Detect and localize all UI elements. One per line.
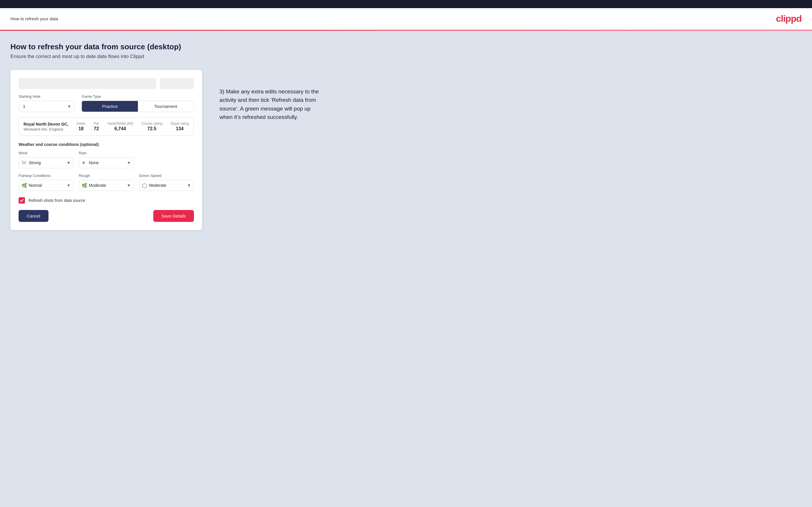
toggle-btn-group: Practice Tournament	[82, 101, 194, 112]
rough-dropdown: 🌿 Moderate Light Heavy ▼	[79, 180, 134, 191]
green-speed-select[interactable]: Moderate Slow Fast	[139, 180, 194, 191]
practice-button[interactable]: Practice	[82, 101, 138, 112]
page-subheading: Ensure the correct and most up to date d…	[10, 54, 802, 59]
stat-holes: Holes 18	[77, 121, 86, 131]
stat-slope-rating-value: 134	[176, 126, 184, 131]
content-area: Starting Hole 1 10 ▼ Game Type Practice …	[10, 70, 802, 230]
stat-course-rating: Course rating 72.5	[141, 121, 162, 131]
checkbox-row: Refresh shots from data source	[18, 197, 194, 204]
refresh-label: Refresh shots from data source	[29, 198, 85, 203]
cancel-button[interactable]: Cancel	[18, 210, 48, 222]
fairway-select[interactable]: Normal Soft Firm	[18, 180, 73, 191]
fairway-label: Fairway Conditions	[18, 173, 73, 178]
game-type-group: Game Type Practice Tournament	[82, 94, 194, 112]
stat-slope-rating-label: Slope rating	[170, 121, 189, 126]
rain-label: Rain	[79, 151, 134, 155]
conditions-title: Weather and course conditions (optional)	[18, 142, 194, 147]
starting-hole-label: Starting Hole	[18, 94, 74, 99]
green-speed-group: Green Speed ◯ Moderate Slow Fast ▼	[139, 173, 194, 191]
stat-course-rating-value: 72.5	[147, 126, 156, 131]
conditions-row-1: Wind 🌬 Strong Light None ▼ Rain ☀	[18, 151, 194, 168]
rain-dropdown: ☀ None Light Heavy ▼	[79, 157, 134, 168]
header-title: How to refresh your data	[10, 16, 58, 21]
starting-hole-group: Starting Hole 1 10 ▼	[18, 94, 74, 112]
stat-holes-value: 18	[79, 126, 84, 131]
stat-yards-label: Yards/White (M))	[107, 121, 133, 126]
rain-select[interactable]: None Light Heavy	[79, 157, 134, 168]
tournament-button[interactable]: Tournament	[138, 101, 194, 112]
rough-group: Rough 🌿 Moderate Light Heavy ▼	[79, 173, 134, 191]
course-name: Royal North Devon GC,	[23, 122, 77, 126]
game-type-label: Game Type	[82, 94, 194, 99]
save-button[interactable]: Save Details	[153, 210, 194, 222]
top-placeholder	[18, 78, 194, 89]
starting-hole-select[interactable]: 1 10	[18, 101, 74, 112]
main-content: How to refresh your data from source (de…	[0, 31, 812, 507]
stat-yards: Yards/White (M)) 6,744	[107, 121, 133, 131]
placeholder-bar-1	[18, 78, 156, 89]
wind-select[interactable]: Strong Light None	[18, 157, 73, 168]
course-info: Royal North Devon GC, Westward Ho!, Engl…	[23, 122, 77, 131]
placeholder-bar-2	[160, 78, 194, 89]
stat-course-rating-label: Course rating	[141, 121, 162, 126]
side-description: 3) Make any extra edits necessary to the…	[219, 70, 324, 121]
top-bar	[0, 0, 812, 8]
wind-group: Wind 🌬 Strong Light None ▼	[18, 151, 73, 168]
button-row: Cancel Save Details	[18, 210, 194, 222]
rough-label: Rough	[79, 173, 134, 178]
wind-dropdown: 🌬 Strong Light None ▼	[18, 157, 73, 168]
rough-select[interactable]: Moderate Light Heavy	[79, 180, 134, 191]
stat-holes-label: Holes	[77, 121, 86, 126]
header: How to refresh your data clippd	[0, 8, 812, 30]
fairway-dropdown: 🌿 Normal Soft Firm ▼	[18, 180, 73, 191]
fairway-group: Fairway Conditions 🌿 Normal Soft Firm ▼	[18, 173, 73, 191]
stat-yards-value: 6,744	[114, 126, 126, 131]
course-location: Westward Ho!, England	[23, 127, 77, 131]
stat-par-label: Par	[94, 121, 99, 126]
form-card: Starting Hole 1 10 ▼ Game Type Practice …	[10, 70, 202, 230]
stat-slope-rating: Slope rating 134	[170, 121, 189, 131]
stat-par-value: 72	[94, 126, 99, 131]
side-description-text: 3) Make any extra edits necessary to the…	[219, 87, 324, 121]
course-row: Royal North Devon GC, Westward Ho!, Engl…	[18, 117, 194, 136]
field-row-top: Starting Hole 1 10 ▼ Game Type Practice …	[18, 94, 194, 112]
green-speed-label: Green Speed	[139, 173, 194, 178]
rain-group: Rain ☀ None Light Heavy ▼	[79, 151, 134, 168]
refresh-checkbox[interactable]	[18, 197, 25, 204]
conditions-row-2: Fairway Conditions 🌿 Normal Soft Firm ▼ …	[18, 173, 194, 191]
stat-par: Par 72	[94, 121, 99, 131]
starting-hole-select-wrapper: 1 10 ▼	[18, 101, 74, 112]
green-speed-dropdown: ◯ Moderate Slow Fast ▼	[139, 180, 194, 191]
wind-label: Wind	[18, 151, 73, 155]
logo: clippd	[776, 13, 802, 24]
course-stats: Holes 18 Par 72 Yards/White (M)) 6,744 C…	[77, 121, 189, 131]
page-heading: How to refresh your data from source (de…	[10, 42, 802, 51]
